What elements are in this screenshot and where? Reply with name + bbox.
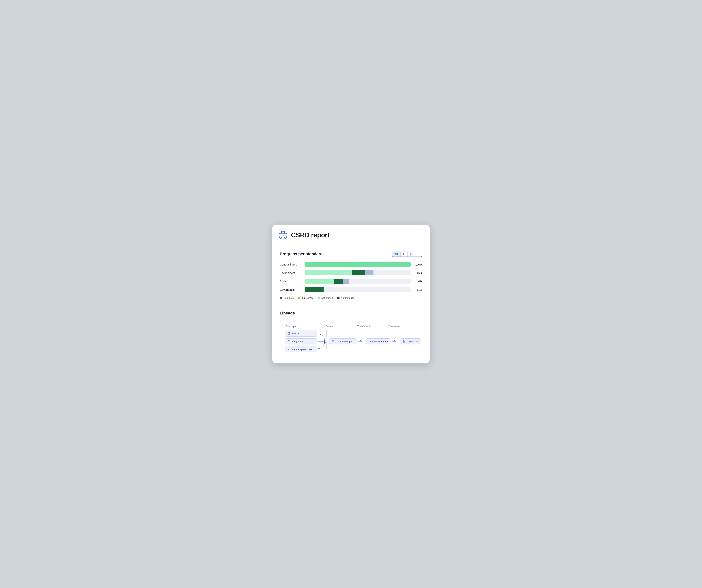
bar-row-governance: Governance 11%	[280, 287, 422, 292]
lineage-title: Lineage	[280, 311, 422, 316]
svg-rect-8	[369, 341, 369, 342]
bar-row-environment: Environment 46%	[280, 270, 422, 275]
legend-notmaterial: Not material	[337, 297, 354, 299]
combined-icon	[332, 340, 335, 342]
col-header-review: Review	[321, 324, 353, 328]
node-data-summary[interactable]: Data summary	[366, 338, 391, 344]
node-combined-label: Combined inputs	[336, 340, 354, 343]
legend-notstarted: Not started	[318, 297, 333, 299]
bar-seg-soc-2	[334, 279, 343, 284]
svg-rect-10	[370, 340, 371, 342]
node-raw-file-label: Raw file	[291, 332, 300, 335]
bar-seg-env-2	[352, 270, 365, 275]
filter-all[interactable]: All	[392, 251, 400, 257]
svg-rect-12	[403, 341, 404, 342]
node-integration[interactable]: Integration	[285, 338, 317, 344]
lineage-col-headers: Data import Review Transformation Calcul…	[285, 324, 417, 328]
node-waste-type-label: Waste type	[406, 340, 418, 343]
legend-dot-notmaterial	[337, 297, 340, 299]
bar-pct-general: 100%	[414, 263, 422, 266]
legend-label-notstarted: Not started	[321, 297, 333, 299]
transform-nodes: Data summary	[363, 338, 391, 344]
chart-legend: Complete In progress Not started Not mat…	[280, 297, 422, 299]
node-manual-spreadsheet[interactable]: Manual spreadsheet	[285, 346, 317, 352]
header: CSRD report	[272, 225, 430, 245]
chart-icon	[368, 340, 371, 342]
legend-dot-notstarted	[318, 297, 320, 299]
node-waste-type[interactable]: Waste type	[400, 338, 421, 344]
svg-rect-9	[370, 341, 370, 342]
arrow-3	[390, 340, 397, 343]
legend-label-complete: Complete	[283, 297, 294, 299]
legend-dot-complete	[280, 297, 282, 299]
import-nodes: Raw file Integration Manual spreadsheet	[285, 330, 317, 352]
hand-icon	[288, 348, 290, 350]
col-header-import: Data import	[286, 324, 321, 328]
node-manual-label: Manual spreadsheet	[291, 348, 313, 351]
filter-buttons: All E S G	[391, 251, 422, 257]
header-left: CSRD report	[278, 231, 330, 240]
svg-rect-6	[332, 340, 334, 342]
bar-pct-environment: 46%	[414, 271, 422, 274]
file-icon	[288, 332, 290, 335]
progress-title: Progress per standard	[280, 252, 323, 256]
arrow-2	[356, 340, 363, 343]
review-nodes: Combined inputs	[327, 338, 356, 344]
bar-track-environment	[305, 270, 411, 275]
bar-row-social: Social 6%	[280, 279, 422, 284]
waste-icon	[402, 340, 405, 342]
globe-icon	[278, 231, 288, 240]
bar-track-governance	[305, 287, 411, 292]
main-content: Progress per standard All E S G General …	[272, 245, 430, 363]
arrow-right-svg-2	[357, 340, 362, 343]
col-label-transformation: Transformation	[357, 325, 372, 328]
filter-e[interactable]: E	[400, 251, 407, 257]
col-header-calc: Calculation	[385, 324, 416, 328]
col-header-transform: Transformation	[353, 324, 385, 328]
bar-label-social: Social	[280, 280, 302, 283]
bar-pct-governance: 11%	[414, 288, 422, 291]
bar-seg-soc-3	[343, 279, 349, 284]
bar-chart: General info... 100% Environment 46%	[280, 262, 422, 292]
col-label-review: Review	[326, 325, 333, 328]
app-window: CSRD report Progress per standard All E …	[272, 225, 430, 363]
bar-seg-general-complete	[305, 262, 411, 267]
bar-track-social	[305, 279, 411, 284]
legend-label-inprogress: In progress	[302, 297, 314, 299]
calc-nodes: Waste type	[397, 338, 421, 344]
bar-label-governance: Governance	[280, 288, 302, 291]
arrow-right-svg-3	[391, 340, 396, 343]
legend-complete: Complete	[280, 297, 294, 299]
bar-row-general: General info... 100%	[280, 262, 422, 267]
bar-seg-env-1	[305, 270, 352, 275]
progress-header: Progress per standard All E S G	[280, 251, 422, 257]
filter-g[interactable]: G	[415, 251, 422, 257]
bar-track-general	[305, 262, 411, 267]
bar-seg-gov-1	[305, 287, 324, 292]
bar-pct-social: 6%	[414, 280, 422, 283]
lineage-body: Raw file Integration Manual spreadsheet	[285, 330, 417, 352]
bar-label-general: General info...	[280, 263, 302, 266]
col-label-calculation: Calculation	[389, 325, 400, 328]
legend-inprogress: In progress	[298, 297, 314, 299]
lineage-section: Lineage Data import Review Transformatio…	[272, 305, 430, 363]
legend-dot-inprogress	[298, 297, 301, 299]
filter-s[interactable]: S	[407, 251, 415, 257]
bar-seg-soc-1	[305, 279, 334, 284]
lineage-diagram: Data import Review Transformation Calcul…	[280, 320, 422, 357]
integration-icon	[288, 340, 290, 342]
node-combined-inputs[interactable]: Combined inputs	[329, 338, 356, 344]
node-raw-file[interactable]: Raw file	[285, 330, 317, 336]
page-title: CSRD report	[291, 231, 330, 239]
node-integration-label: Integration	[291, 340, 303, 343]
legend-label-notmaterial: Not material	[341, 297, 354, 299]
flow-arrows-svg	[317, 330, 327, 352]
node-data-summary-label: Data summary	[372, 340, 388, 343]
svg-rect-5	[288, 332, 289, 334]
progress-section: Progress per standard All E S G General …	[272, 245, 430, 305]
col-label-import: Data import	[286, 325, 297, 328]
bar-label-environment: Environment	[280, 271, 302, 274]
curved-arrows-area	[317, 330, 327, 352]
bar-seg-env-3	[365, 270, 373, 275]
